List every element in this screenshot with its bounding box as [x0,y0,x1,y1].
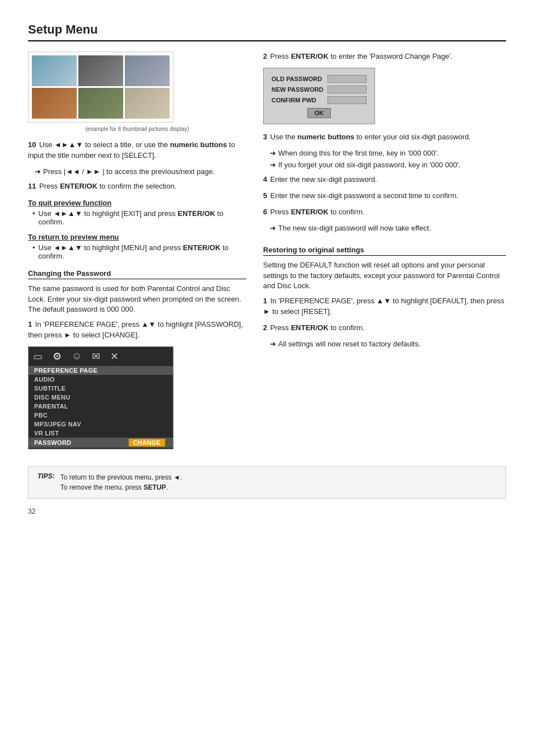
old-password-row: OLD PASSWORD [271,75,367,83]
old-password-field [327,75,367,83]
restoring-body: Setting the DEFAULT function will reset … [263,260,506,292]
menu-item-parental: PARENTAL [29,402,173,411]
return-heading: To return to preview menu [28,233,246,241]
menu-item-subtitle: SUBTITLE [29,384,173,393]
step-6-num: 6 [263,208,267,216]
changing-password-heading: Changing the Password [28,269,246,279]
changing-password-body: The same password is used for both Paren… [28,284,246,316]
setup-menu-screenshot: ▭ ⚙ ☺ ✉ ✕ PREFERENCE PAGE AUDIO SUBTITLE… [28,346,174,449]
new-password-field [327,86,367,93]
step-1-num: 1 [28,320,32,328]
thumb-2 [78,55,123,86]
step-6-arrow: ➜ The new six-digit password will now ta… [270,223,506,233]
password-dialog: OLD PASSWORD NEW PASSWORD CONFIRM PWD OK [263,68,375,124]
menu-item-audio: AUDIO [29,375,173,384]
tips-label: TIPS: [38,472,55,480]
restoring-heading: Restoring to original settings [263,246,506,256]
step-3-arrow-1: ➜ When doing this for the first time, ke… [270,148,506,158]
step-2-num: 2 [263,52,267,60]
menu-item-mp3jpeg: MP3/JPEG NAV [29,420,173,429]
menu-item-password-label: PASSWORD [34,439,129,446]
new-password-label: NEW PASSWORD [271,86,324,93]
thumb-4 [32,88,77,119]
quit-bullet: • Use ◄►▲▼ to highlight [EXIT] and press… [32,209,246,226]
ok-button[interactable]: OK [307,108,331,118]
step-11-num: 11 [28,182,36,190]
menu-icon-gear: ⚙ [53,350,62,363]
menu-icon-envelope: ✉ [92,350,100,363]
confirm-pwd-row: CONFIRM PWD [271,96,367,104]
step-10: 10 Use ◄►▲▼ to select a title, or use th… [28,140,246,161]
tips-line-1: To return to the previous menu, press ◄. [60,472,182,482]
step-2: 2 Press ENTER/OK to enter the 'Password … [263,51,506,62]
step-11: 11 Press ENTER/OK to confirm the selecti… [28,181,246,192]
restore-step-1: 1 In 'PREFERENCE PAGE', press ▲▼ to high… [263,296,506,317]
restore-step-2: 2 Press ENTER/OK to confirm. [263,323,506,334]
arrow-icon-3a: ➜ [270,148,276,158]
right-column: 2 Press ENTER/OK to enter the 'Password … [263,51,506,449]
restore-step-2-num: 2 [263,323,267,332]
arrow-icon-3b: ➜ [270,160,276,170]
step-3-num: 3 [263,133,267,141]
arrow-icon-r2: ➜ [270,339,276,349]
menu-item-disc-menu: DISC MENU [29,393,173,402]
arrow-icon-6: ➜ [270,223,276,233]
page-title: Setup Menu [28,22,506,41]
ok-row: OK [271,109,367,117]
return-bullet: • Use ◄►▲▼ to highlight [MENU] and press… [32,243,246,260]
restore-step-2-arrow: ➜ All settings will now reset to factory… [270,339,506,349]
thumbnail-grid [28,51,174,123]
new-password-row: NEW PASSWORD [271,86,367,93]
step-4-num: 4 [263,175,267,184]
menu-icons-row: ▭ ⚙ ☺ ✉ ✕ [29,347,173,365]
confirm-pwd-field [327,96,367,104]
left-column: (example for 6 thumbnail pictures displa… [28,51,246,449]
menu-item-change-value: CHANGE [129,439,165,447]
tips-box: TIPS: To return to the previous menu, pr… [28,466,506,499]
thumbnail-caption: (example for 6 thumbnail pictures displa… [28,126,246,132]
bullet-icon: • [32,209,35,218]
step-5-num: 5 [263,191,267,200]
step-6: 6 Press ENTER/OK to confirm. [263,207,506,218]
restore-step-1-num: 1 [263,297,267,305]
thumb-5 [78,88,123,119]
step-10-arrow: ➜ Press |◄◄ / ►► | to access the previou… [35,167,246,177]
menu-item-vrlist: VR LIST [29,429,173,438]
tips-content: To return to the previous menu, press ◄.… [60,472,182,492]
step-5: 5 Enter the new six-digit password a sec… [263,191,506,201]
menu-items-list: PREFERENCE PAGE AUDIO SUBTITLE DISC MENU… [29,365,173,449]
step-3-arrow-2: ➜ If you forget your old six-digit passw… [270,160,506,170]
quit-heading: To quit preview function [28,199,246,207]
old-password-label: OLD PASSWORD [271,76,322,82]
step-4: 4 Enter the new six-digit password. [263,175,506,185]
page-number: 32 [28,508,506,515]
thumb-6 [125,88,170,119]
tips-line-2: To remove the menu, press SETUP. [60,482,182,492]
step-1: 1 In 'PREFERENCE PAGE', press ▲▼ to high… [28,320,246,341]
menu-item-pbc: PBC [29,411,173,420]
arrow-icon: ➜ [35,167,41,177]
confirm-pwd-label: CONFIRM PWD [271,97,316,104]
menu-icon-disc: ▭ [33,350,43,363]
menu-item-password: PASSWORD CHANGE [29,438,173,448]
menu-icon-close: ✕ [110,350,119,363]
bullet-icon-2: • [32,243,35,252]
thumb-1 [32,55,77,86]
step-10-num: 10 [28,140,36,149]
menu-item-preference: PREFERENCE PAGE [29,366,173,375]
thumb-3 [125,55,170,86]
step-3: 3 Use the numeric buttons to enter your … [263,132,506,143]
menu-icon-face: ☺ [72,350,82,362]
